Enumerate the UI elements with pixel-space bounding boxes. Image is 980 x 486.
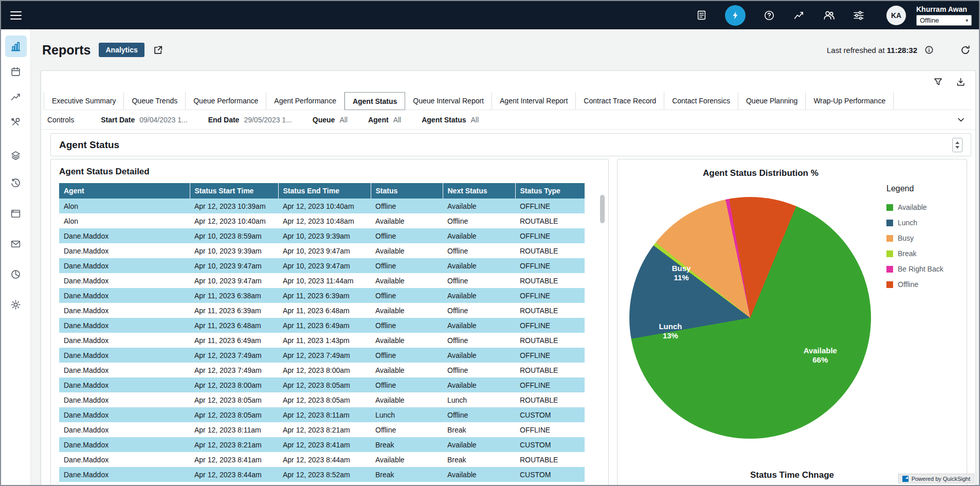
- legend-label: Available: [898, 203, 927, 211]
- sidebar-item-history[interactable]: [5, 172, 27, 194]
- table-row[interactable]: Dane.MaddoxApr 10, 2023 9:47amApr 10, 20…: [59, 273, 585, 288]
- tab-queue-planning[interactable]: Queue Planning: [738, 92, 806, 110]
- column-header-status-end-time[interactable]: Status End Time: [278, 183, 371, 199]
- table-row[interactable]: Dane.MaddoxApr 12, 2023 8:41amApr 12, 20…: [59, 452, 585, 467]
- table-cell: Offline: [371, 258, 443, 273]
- agent-status-detailed-panel: Agent Status Detailed AgentStatus Start …: [50, 159, 609, 486]
- sidebar-item-analytics[interactable]: [5, 35, 27, 57]
- table-row[interactable]: Dane.MaddoxApr 12, 2023 7:49amApr 12, 20…: [59, 363, 585, 377]
- metrics-icon[interactable]: [793, 9, 805, 22]
- tab-queue-interval-report[interactable]: Queue Interval Report: [405, 92, 492, 110]
- table-row[interactable]: Dane.MaddoxApr 10, 2023 8:59amApr 10, 20…: [59, 228, 585, 243]
- tab-contact-forensics[interactable]: Contact Forensics: [664, 92, 738, 110]
- control-agent-status[interactable]: Agent StatusAll: [422, 116, 479, 124]
- table-row[interactable]: Dane.MaddoxApr 12, 2023 8:21amApr 12, 20…: [59, 437, 585, 452]
- control-queue[interactable]: QueueAll: [313, 116, 348, 124]
- legend-swatch-icon: [886, 250, 893, 257]
- table-row[interactable]: Dane.MaddoxApr 12, 2023 8:11amApr 12, 20…: [59, 422, 585, 437]
- hamburger-menu-icon[interactable]: [10, 9, 22, 22]
- table-row[interactable]: Dane.MaddoxApr 12, 2023 8:00amApr 12, 20…: [59, 377, 585, 392]
- table-row[interactable]: Dane.MaddoxApr 11, 2023 6:48amApr 11, 20…: [59, 318, 585, 333]
- legend-items: AvailableLunchBusyBreakBe Right BackOffl…: [886, 200, 966, 292]
- sidebar-item-window[interactable]: [5, 203, 27, 224]
- table-row[interactable]: Dane.MaddoxApr 12, 2023 7:49amApr 12, 20…: [59, 348, 585, 363]
- scrollbar-thumb[interactable]: [600, 195, 605, 223]
- sidebar-item-pie[interactable]: [5, 263, 27, 285]
- sidebar-item-tools[interactable]: [5, 111, 27, 133]
- table-row[interactable]: Dane.MaddoxApr 11, 2023 6:38amApr 11, 20…: [59, 288, 585, 303]
- column-header-status[interactable]: Status: [371, 183, 443, 199]
- controls-collapse-icon[interactable]: [956, 115, 966, 125]
- table-cell: Apr 12, 2023 10:48am: [278, 213, 371, 228]
- table-cell: Apr 10, 2023 9:47am: [190, 258, 278, 273]
- sidebar-item-layers[interactable]: [5, 145, 27, 166]
- analytics-badge[interactable]: Analytics: [99, 43, 144, 57]
- table-row[interactable]: Dane.MaddoxApr 11, 2023 6:49amApr 11, 20…: [59, 333, 585, 348]
- tab-executive-summary[interactable]: Executive Summary: [44, 92, 124, 110]
- pie-chart[interactable]: Busy 11%Lunch 13%Available 66%: [629, 197, 871, 439]
- tab-agent-status[interactable]: Agent Status: [344, 92, 405, 110]
- table-scrollbar[interactable]: [600, 188, 605, 483]
- column-header-next-status[interactable]: Next Status: [443, 183, 515, 199]
- control-end-date[interactable]: End Date29/05/2023 1...: [208, 116, 292, 124]
- legend-item-offline[interactable]: Offline: [886, 277, 966, 292]
- column-header-status-type[interactable]: Status Type: [515, 183, 585, 199]
- tab-agent-performance[interactable]: Agent Performance: [266, 92, 344, 110]
- sidebar-item-calendar[interactable]: [5, 61, 27, 82]
- table-cell: OFFLINE: [515, 258, 585, 273]
- tab-queue-trends[interactable]: Queue Trends: [124, 92, 186, 110]
- sliders-icon[interactable]: [852, 9, 865, 22]
- table-row[interactable]: Dane.MaddoxApr 12, 2023 8:44amApr 12, 20…: [59, 467, 585, 482]
- table-row[interactable]: Dane.MaddoxApr 12, 2023 8:05amApr 12, 20…: [59, 392, 585, 407]
- download-icon[interactable]: [955, 76, 966, 87]
- flash-icon[interactable]: [725, 5, 746, 26]
- control-agent[interactable]: AgentAll: [368, 116, 401, 124]
- table-cell: Apr 12, 2023 8:41am: [190, 452, 278, 467]
- avatar[interactable]: KA: [886, 6, 906, 25]
- tab-queue-performance[interactable]: Queue Performance: [186, 92, 266, 110]
- powered-by-quicksight-badge[interactable]: Powered by QuickSight: [898, 474, 974, 483]
- filter-icon[interactable]: [932, 76, 943, 87]
- tab-wrap-up-performance[interactable]: Wrap-Up Performance: [806, 92, 894, 110]
- table-row[interactable]: Dane.MaddoxApr 12, 2023 8:05amApr 12, 20…: [59, 407, 585, 422]
- table-cell: Available: [371, 273, 443, 288]
- control-value: All: [471, 116, 479, 124]
- sidebar-item-trends[interactable]: [5, 86, 27, 107]
- legend-item-busy[interactable]: Busy: [886, 230, 966, 246]
- external-link-icon[interactable]: [153, 44, 164, 56]
- info-icon[interactable]: [923, 44, 935, 56]
- help-icon[interactable]: [763, 9, 775, 22]
- table-row[interactable]: AlonApr 12, 2023 10:39amApr 12, 2023 10:…: [59, 199, 585, 213]
- legend: Legend AvailableLunchBusyBreakBe Right B…: [886, 184, 966, 292]
- table-row[interactable]: AlonApr 12, 2023 10:40amApr 12, 2023 10:…: [59, 213, 585, 228]
- control-value: 09/04/2023 1...: [139, 116, 187, 124]
- control-start-date[interactable]: Start Date09/04/2023 1...: [101, 116, 188, 124]
- tab-agent-interval-report[interactable]: Agent Interval Report: [492, 92, 576, 110]
- legend-item-break[interactable]: Break: [886, 246, 966, 261]
- refresh-icon[interactable]: [959, 44, 971, 56]
- sidebar-item-mail[interactable]: [5, 233, 27, 255]
- table-title: Agent Status Detailed: [59, 167, 601, 177]
- sidebar-item-settings[interactable]: [5, 294, 27, 315]
- table-cell: Apr 12, 2023 8:44am: [190, 467, 278, 482]
- tab-contract-trace-record[interactable]: Contract Trace Record: [576, 92, 664, 110]
- table-cell: Apr 12, 2023 8:11am: [190, 422, 278, 437]
- table-cell: ROUTABLE: [515, 273, 585, 288]
- table-row[interactable]: Dane.MaddoxApr 11, 2023 6:39amApr 11, 20…: [59, 303, 585, 318]
- agent-status-select[interactable]: Offline ▾: [916, 15, 972, 26]
- stepper-up-icon[interactable]: [955, 141, 959, 144]
- table-cell: Apr 10, 2023 11:44am: [278, 273, 371, 288]
- column-header-agent[interactable]: Agent: [59, 183, 190, 199]
- column-header-status-start-time[interactable]: Status Start Time: [190, 183, 278, 199]
- legend-item-be-right-back[interactable]: Be Right Back: [886, 261, 966, 277]
- table-row[interactable]: Dane.MaddoxApr 10, 2023 9:47amApr 10, 20…: [59, 258, 585, 273]
- notes-icon[interactable]: [695, 9, 707, 22]
- table-row[interactable]: Dane.MaddoxApr 10, 2023 9:39amApr 10, 20…: [59, 243, 585, 258]
- section-stepper[interactable]: [952, 138, 963, 152]
- users-icon[interactable]: [823, 9, 835, 22]
- legend-item-available[interactable]: Available: [886, 200, 966, 215]
- legend-item-lunch[interactable]: Lunch: [886, 215, 966, 230]
- table-cell: Break: [443, 422, 515, 437]
- legend-label: Offline: [898, 280, 918, 289]
- stepper-down-icon[interactable]: [955, 146, 959, 149]
